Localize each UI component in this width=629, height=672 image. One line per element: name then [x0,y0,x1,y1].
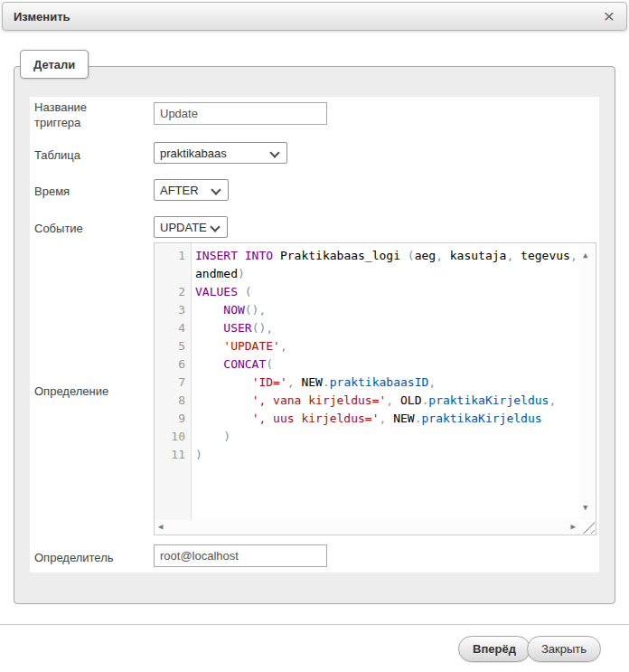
code-text: ) [192,446,202,464]
dialog-title: Изменить [14,10,70,24]
code-line: 11) [155,446,577,464]
event-label: Событие [34,221,83,236]
code-line: 8 ', vana kirjeldus=', OLD.praktikaKirje… [155,392,577,410]
time-select[interactable]: AFTER [154,179,229,201]
code-text: 'UPDATE', [192,337,287,355]
code-text: andmed) [192,265,245,283]
footer-divider [0,624,629,625]
code-text: ', uus kirjeldus=', NEW.praktikaKirjeldu… [192,410,542,428]
tab-details: Детали [20,50,89,79]
trigger-name-label: Название триггера [34,99,125,130]
scroll-right-icon[interactable]: ▶ [571,523,576,531]
line-number: 4 [155,319,192,337]
line-number: 8 [155,392,192,410]
code-line: 1INSERT INTO Praktikabaas_logi (aeg, kas… [155,247,577,265]
definer-label: Определитель [34,550,114,565]
line-number [155,265,192,283]
line-number: 11 [155,446,192,464]
code-line: 5 'UPDATE', [155,337,577,355]
time-label: Время [34,184,70,199]
code-line: 3 NOW(), [155,301,577,319]
definer-input[interactable] [154,544,327,567]
table-select[interactable]: praktikabaas [154,142,287,164]
line-number: 3 [155,301,192,319]
line-number: 5 [155,337,192,355]
line-number: 9 [155,410,192,428]
horizontal-scrollbar[interactable]: ◀ ▶ [155,520,579,535]
code-text: USER(), [192,319,273,337]
line-number: 10 [155,428,192,446]
scroll-up-icon[interactable]: ▲ [583,251,587,260]
code-text: ', vana kirjeldus=', OLD.praktikaKirjeld… [192,392,556,410]
code-line: 2VALUES ( [155,283,577,301]
code-text: INSERT INTO Praktikabaas_logi (aeg, kasu… [192,247,577,265]
code-text: ) [192,428,230,446]
line-number: 1 [155,247,192,265]
code-line: 4 USER(), [155,319,577,337]
code-text: CONCAT( [192,355,273,374]
trigger-name-input[interactable] [154,102,327,125]
line-number: 2 [155,283,192,301]
code-line: 9 ', uus kirjeldus=', NEW.praktikaKirjel… [155,410,577,428]
dialog-titlebar: Изменить × [2,2,627,31]
code-line: 10 ) [155,428,577,446]
vertical-scrollbar[interactable]: ▲ ▼ [579,243,596,520]
time-select-value: AFTER [160,184,199,197]
chevron-down-icon [210,222,220,232]
code-text: 'ID=', NEW.praktikabaasID, [192,374,436,392]
resize-handle-icon[interactable] [583,522,595,534]
code-line: andmed) [155,265,577,283]
scroll-down-icon[interactable]: ▼ [583,504,587,512]
close-icon[interactable]: × [597,5,621,27]
chevron-down-icon [269,147,279,157]
scroll-left-icon[interactable]: ◀ [158,523,163,531]
edit-trigger-dialog: Изменить × Детали Название триггера Табл… [0,0,629,672]
event-select[interactable]: UPDATE [154,216,228,238]
chevron-down-icon [211,185,221,194]
event-select-value: UPDATE [160,221,207,234]
line-number: 7 [155,374,192,392]
code-rows: 1INSERT INTO Praktikabaas_logi (aeg, kas… [155,247,577,464]
close-button[interactable]: Закрыть [527,636,601,662]
definition-editor[interactable]: 1INSERT INTO Praktikabaas_logi (aeg, kas… [154,242,596,535]
code-line: 6 CONCAT( [155,355,577,374]
code-text: VALUES ( [192,283,252,301]
table-select-value: praktikabaas [160,147,227,160]
definition-label: Определение [34,383,108,399]
table-label: Таблица [34,147,80,163]
line-number: 6 [155,355,192,374]
code-text: NOW(), [192,301,266,319]
code-line: 7 'ID=', NEW.praktikabaasID, [155,374,577,392]
go-button[interactable]: Вперёд [458,636,530,662]
